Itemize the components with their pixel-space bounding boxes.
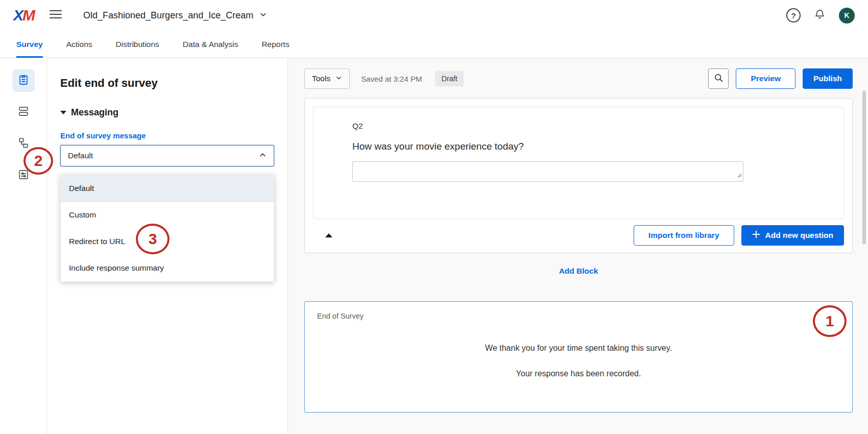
question-card-footer: Import from library Add new question <box>313 225 844 246</box>
question-id: Q2 <box>352 122 833 131</box>
tab-reports[interactable]: Reports <box>261 31 289 58</box>
plus-icon <box>752 230 760 240</box>
survey-flow-icon <box>17 105 30 119</box>
publish-button[interactable]: Publish <box>803 68 853 89</box>
option-default[interactable]: Default <box>61 175 274 202</box>
collapse-up-icon[interactable] <box>325 233 332 237</box>
survey-name: Old_Fashioned_Burgers_and_Ice_Cream <box>83 10 253 21</box>
end-of-survey-message-line1: We thank you for your time spent taking … <box>317 344 840 353</box>
help-button[interactable]: ? <box>786 8 801 22</box>
toolbar-actions: Preview Publish <box>708 68 853 89</box>
chevron-down-icon <box>335 74 342 83</box>
notifications-button[interactable] <box>814 9 826 22</box>
avatar-initial: K <box>844 11 849 19</box>
body: Edit end of survey Messaging End of surv… <box>0 58 868 434</box>
answer-textbox[interactable] <box>352 161 743 182</box>
annotation-circle-3: 3 <box>136 224 170 254</box>
option-custom[interactable]: Custom <box>61 202 274 228</box>
vertical-scrollbar[interactable] <box>862 91 866 244</box>
left-icon-rail <box>0 58 47 434</box>
add-new-question-button[interactable]: Add new question <box>741 225 844 246</box>
survey-name-dropdown[interactable]: Old_Fashioned_Burgers_and_Ice_Cream <box>83 10 267 21</box>
survey-builder-icon <box>17 74 30 88</box>
logo-m: M <box>22 7 34 23</box>
end-of-survey-label: End of Survey <box>317 312 840 320</box>
xm-logo[interactable]: XM <box>13 7 34 24</box>
menu-icon <box>50 10 62 21</box>
tab-survey[interactable]: Survey <box>16 31 43 58</box>
help-icon: ? <box>791 11 795 20</box>
messaging-section-label: Messaging <box>71 107 118 118</box>
select-dropdown-menu: Default Custom Redirect to URL Include r… <box>60 175 274 282</box>
end-of-survey-message-line2: Your response has been recorded. <box>317 369 840 378</box>
question-block-card: Q2 How was your movie experience today? … <box>304 98 853 253</box>
survey-canvas: Tools Saved at 3:24 PM Draft <box>288 58 868 434</box>
preview-button[interactable]: Preview <box>736 68 795 89</box>
header-actions: ? K <box>786 8 855 23</box>
logo-x: X <box>13 7 22 23</box>
option-include-response-summary[interactable]: Include response summary <box>61 255 274 281</box>
survey-options-icon <box>17 137 30 151</box>
search-button[interactable] <box>708 68 729 89</box>
bell-icon <box>814 13 826 22</box>
tools-label: Tools <box>312 74 330 83</box>
import-from-library-button[interactable]: Import from library <box>634 225 734 246</box>
tab-actions[interactable]: Actions <box>66 31 92 58</box>
question-text[interactable]: How was your movie experience today? <box>352 141 833 152</box>
messaging-section-toggle[interactable]: Messaging <box>60 107 274 118</box>
annotation-circle-1: 1 <box>813 305 847 337</box>
add-block-link[interactable]: Add Block <box>559 267 598 275</box>
rail-item-survey-builder[interactable] <box>12 69 35 92</box>
tab-data-analysis[interactable]: Data & Analysis <box>183 31 238 58</box>
annotation-circle-2: 2 <box>23 147 53 175</box>
add-new-question-label: Add new question <box>765 231 833 240</box>
end-of-survey-message-select[interactable]: Default <box>60 145 274 166</box>
chevron-down-icon <box>259 11 267 20</box>
end-of-survey-message-label[interactable]: End of survey message <box>60 131 274 140</box>
canvas-toolbar: Tools Saved at 3:24 PM Draft <box>304 68 853 89</box>
add-block-row: Add Block <box>304 267 853 276</box>
rail-item-survey-flow[interactable] <box>12 101 35 124</box>
end-of-survey-block[interactable]: End of Survey We thank you for your time… <box>304 301 853 413</box>
footer-buttons: Import from library Add new question <box>634 225 844 246</box>
draft-status-badge: Draft <box>435 71 463 86</box>
chevron-up-icon <box>259 151 267 161</box>
answer-field-wrap <box>352 161 743 182</box>
tools-button[interactable]: Tools <box>304 68 350 89</box>
hamburger-menu-button[interactable] <box>50 10 62 21</box>
primary-nav: Survey Actions Distributions Data & Anal… <box>0 31 868 58</box>
panel-title: Edit end of survey <box>60 77 274 90</box>
user-avatar[interactable]: K <box>839 8 855 23</box>
app-window: XM Old_Fashioned_Burgers_and_Ice_Cream ? <box>0 0 868 434</box>
top-header: XM Old_Fashioned_Burgers_and_Ice_Cream ? <box>0 0 868 31</box>
search-icon <box>714 73 724 85</box>
select-value: Default <box>68 151 93 160</box>
saved-status: Saved at 3:24 PM <box>361 75 422 83</box>
caret-down-icon <box>60 111 66 114</box>
tab-distributions[interactable]: Distributions <box>116 31 159 58</box>
question-q2[interactable]: Q2 How was your movie experience today? <box>313 107 844 219</box>
